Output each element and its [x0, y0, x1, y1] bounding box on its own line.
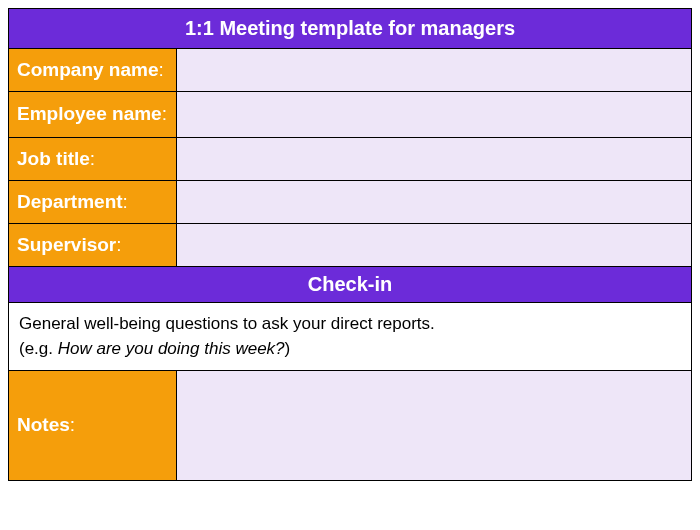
label-text-job-title: Job title — [17, 148, 90, 169]
label-text-company-name: Company name — [17, 59, 158, 80]
checkin-example-prefix: (e.g. — [19, 339, 58, 358]
value-department[interactable] — [177, 180, 692, 223]
checkin-heading: Check-in — [9, 266, 692, 302]
label-job-title: Job title: — [9, 137, 177, 180]
row-employee-name: Employee name: — [9, 92, 692, 138]
colon: : — [70, 414, 75, 435]
row-department: Department: — [9, 180, 692, 223]
label-text-department: Department — [17, 191, 123, 212]
value-notes[interactable] — [177, 370, 692, 480]
label-supervisor: Supervisor: — [9, 223, 177, 266]
value-job-title[interactable] — [177, 137, 692, 180]
meeting-template-table: 1:1 Meeting template for managers Compan… — [8, 8, 692, 481]
label-employee-name: Employee name: — [9, 92, 177, 138]
label-text-employee-name: Employee name — [17, 103, 162, 124]
table-title: 1:1 Meeting template for managers — [9, 9, 692, 49]
checkin-description: General well-being questions to ask your… — [9, 302, 692, 370]
row-notes: Notes: — [9, 370, 692, 480]
checkin-example-text: How are you doing this week? — [58, 339, 285, 358]
value-supervisor[interactable] — [177, 223, 692, 266]
colon: : — [162, 103, 167, 124]
label-text-notes: Notes — [17, 414, 70, 435]
label-text-supervisor: Supervisor — [17, 234, 116, 255]
colon: : — [116, 234, 121, 255]
row-job-title: Job title: — [9, 137, 692, 180]
checkin-example-suffix: ) — [285, 339, 291, 358]
value-company-name[interactable] — [177, 49, 692, 92]
value-employee-name[interactable] — [177, 92, 692, 138]
colon: : — [90, 148, 95, 169]
row-supervisor: Supervisor: — [9, 223, 692, 266]
label-department: Department: — [9, 180, 177, 223]
label-company-name: Company name: — [9, 49, 177, 92]
label-notes: Notes: — [9, 370, 177, 480]
checkin-description-text: General well-being questions to ask your… — [19, 314, 435, 333]
colon: : — [158, 59, 163, 80]
row-company-name: Company name: — [9, 49, 692, 92]
colon: : — [123, 191, 128, 212]
